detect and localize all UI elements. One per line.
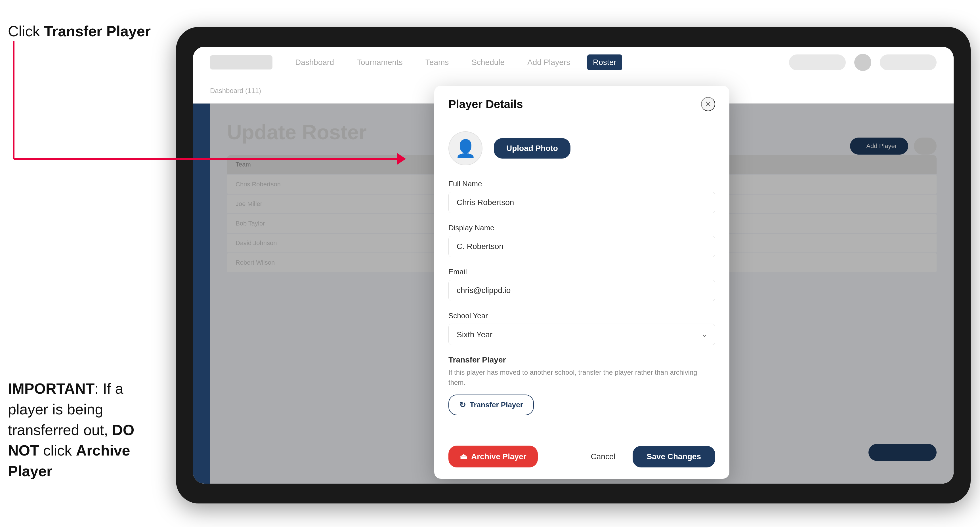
top-navigation: Dashboard Tournaments Teams Schedule Add…	[193, 47, 954, 78]
instruction-top: Click Transfer Player	[8, 23, 151, 40]
transfer-icon: ↻	[459, 400, 466, 410]
school-year-select-wrapper: First Year Second Year Third Year Fourth…	[449, 324, 715, 345]
modal-close-button[interactable]: ×	[701, 97, 715, 111]
tablet-screen: Dashboard Tournaments Teams Schedule Add…	[193, 47, 954, 484]
modal-body: 👤 Upload Photo Full Name	[434, 120, 729, 437]
user-avatar[interactable]	[854, 54, 871, 71]
transfer-button-label: Transfer Player	[470, 400, 523, 409]
transfer-player-button[interactable]: ↻ Transfer Player	[449, 395, 534, 415]
full-name-group: Full Name	[449, 179, 715, 213]
full-name-label: Full Name	[449, 179, 715, 188]
sidebar	[193, 103, 210, 484]
footer-right-actions: Cancel Save Changes	[582, 446, 715, 467]
main-content: Update Roster + Add Player Team Chris Ro…	[210, 103, 954, 484]
school-year-group: School Year First Year Second Year Third…	[449, 311, 715, 345]
nav-button-2[interactable]	[880, 54, 937, 70]
archive-icon: ⏏	[460, 452, 467, 461]
email-input[interactable]	[449, 280, 715, 301]
breadcrumb: Dashboard (111)	[210, 87, 261, 95]
app-logo	[210, 55, 272, 70]
do-not-suffix: click	[39, 442, 76, 459]
photo-section: 👤 Upload Photo	[449, 131, 715, 165]
nav-link-teams[interactable]: Teams	[420, 54, 454, 70]
content-area: Update Roster + Add Player Team Chris Ro…	[193, 103, 954, 484]
nav-link-roster[interactable]: Roster	[587, 54, 622, 70]
transfer-player-section: Transfer Player If this player has moved…	[449, 356, 715, 415]
nav-link-tournaments[interactable]: Tournaments	[351, 54, 409, 70]
modal-footer: ⏏ Archive Player Cancel Save Changes	[434, 437, 729, 479]
instruction-bottom: IMPORTANT: If a player is being transfer…	[8, 378, 156, 482]
email-group: Email	[449, 267, 715, 301]
modal-header: Player Details ×	[434, 86, 729, 120]
instruction-top-prefix: Click	[8, 23, 44, 40]
display-name-label: Display Name	[449, 224, 715, 232]
nav-links: Dashboard Tournaments Teams Schedule Add…	[290, 54, 772, 70]
upload-photo-button[interactable]: Upload Photo	[494, 138, 570, 159]
cancel-button[interactable]: Cancel	[582, 446, 624, 467]
display-name-group: Display Name	[449, 224, 715, 257]
player-details-modal: Player Details × 👤 Upload Photo	[434, 86, 729, 479]
tablet-device: Dashboard Tournaments Teams Schedule Add…	[176, 27, 970, 503]
archive-player-button[interactable]: ⏏ Archive Player	[449, 446, 538, 467]
nav-right	[789, 54, 937, 71]
nav-link-schedule[interactable]: Schedule	[466, 54, 510, 70]
modal-title: Player Details	[449, 98, 523, 111]
transfer-section-title: Transfer Player	[449, 356, 715, 365]
nav-link-add-players[interactable]: Add Players	[522, 54, 576, 70]
avatar-circle: 👤	[449, 131, 482, 165]
email-label: Email	[449, 267, 715, 276]
nav-button[interactable]	[789, 54, 846, 70]
archive-button-label: Archive Player	[471, 452, 527, 461]
important-label: IMPORTANT	[8, 380, 94, 397]
display-name-input[interactable]	[449, 236, 715, 257]
transfer-section-description: If this player has moved to another scho…	[449, 367, 715, 388]
nav-link-dashboard[interactable]: Dashboard	[290, 54, 340, 70]
save-changes-button[interactable]: Save Changes	[633, 446, 715, 467]
instruction-top-bold: Transfer Player	[44, 23, 151, 40]
modal-overlay: Player Details × 👤 Upload Photo	[210, 103, 954, 484]
full-name-input[interactable]	[449, 192, 715, 213]
user-icon: 👤	[455, 138, 476, 159]
school-year-label: School Year	[449, 311, 715, 320]
school-year-select[interactable]: First Year Second Year Third Year Fourth…	[449, 324, 715, 345]
